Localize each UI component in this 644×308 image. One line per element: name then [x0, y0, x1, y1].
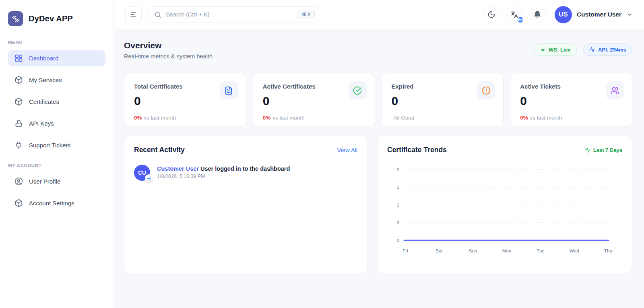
svg-text:Sat: Sat	[436, 248, 443, 253]
sidebar-item-label: My Services	[29, 76, 62, 83]
brand-name: DyDev APP	[29, 14, 73, 23]
check-circle-icon	[349, 81, 367, 99]
main-content: Overview Real-time metrics & system heal…	[114, 29, 644, 308]
activity-icon	[589, 47, 595, 53]
certificate-trends-panel: Certificate Trends Last 7 Days 2	[377, 136, 632, 273]
brand: DyDev APP	[8, 0, 105, 26]
sidebar-item-my-services[interactable]: My Services	[8, 72, 105, 88]
box-icon	[14, 76, 23, 84]
search-bar: ⌘ K	[149, 6, 319, 23]
user-menu[interactable]: US Customer User	[555, 6, 633, 23]
svg-text:Thu: Thu	[604, 248, 612, 253]
svg-text:0: 0	[397, 238, 399, 243]
sidebar-toggle-button[interactable]	[125, 6, 142, 23]
certificate-trends-title: Certificate Trends	[387, 146, 447, 154]
hamburger-icon	[130, 10, 138, 19]
box-icon	[14, 199, 23, 207]
stat-note: vs last month	[530, 115, 562, 121]
language-button[interactable]: EN	[506, 6, 523, 23]
svg-text:1: 1	[397, 185, 399, 190]
user-name: Customer User	[577, 11, 621, 18]
plug-icon	[14, 141, 23, 149]
sidebar-item-label: Support Tickets	[29, 142, 70, 149]
stat-note: All Good	[394, 115, 415, 121]
search-icon	[154, 11, 162, 19]
search-input[interactable]	[166, 11, 293, 18]
sidebar-item-account-settings[interactable]: Account Settings	[8, 195, 105, 211]
sidebar-item-support-tickets[interactable]: Support Tickets	[8, 137, 105, 153]
svg-text:Tue: Tue	[537, 248, 544, 253]
sidebar: DyDev APP MENU Dashboard My Services	[0, 0, 114, 308]
lock-icon	[14, 119, 23, 128]
svg-text:1: 1	[397, 203, 399, 207]
page-title: Overview	[124, 41, 213, 50]
notifications-button[interactable]	[529, 6, 546, 23]
sidebar-item-label: User Profile	[29, 178, 60, 185]
app-root: DyDev APP MENU Dashboard My Services	[0, 0, 644, 308]
user-circle-icon	[14, 177, 23, 186]
search-shortcut-badge: ⌘ K	[297, 10, 315, 19]
moon-icon	[487, 10, 495, 19]
bell-icon	[533, 10, 541, 19]
sidebar-item-label: Certificates	[29, 98, 59, 105]
wifi-icon	[540, 47, 546, 53]
activity-user: Customer User	[157, 165, 199, 172]
top-header: ⌘ K EN	[114, 0, 644, 29]
alert-circle-icon	[477, 81, 495, 99]
brand-logo-icon	[8, 11, 23, 26]
stat-delta: 0%	[134, 115, 142, 121]
svg-text:2: 2	[397, 167, 399, 172]
activity-item: CU Customer User User logged in to the d…	[134, 165, 357, 181]
activity-action: User logged in to the dashboard	[199, 165, 290, 172]
chevron-down-icon	[626, 11, 633, 18]
log-in-icon	[145, 174, 153, 182]
user-avatar: US	[555, 6, 572, 23]
websocket-status-badge: WS: Live	[534, 43, 577, 56]
users-icon	[606, 81, 624, 99]
api-latency-badge: API: 294ms	[583, 43, 632, 56]
svg-text:Fri: Fri	[402, 248, 408, 253]
sidebar-item-api-keys[interactable]: API Keys	[8, 115, 105, 132]
sidebar-item-label: API Keys	[29, 120, 54, 127]
svg-text:Sun: Sun	[469, 248, 477, 253]
stat-card-active-certificates: Active Certificates 0 0% vs last month	[253, 73, 375, 127]
sidebar-item-certificates[interactable]: Certificates	[8, 93, 105, 110]
sidebar-section-menu: MENU	[8, 40, 105, 45]
recent-activity-panel: Recent Activity View All CU	[124, 136, 367, 273]
stat-card-active-tickets: Active Tickets 0 0% vs last month	[510, 73, 632, 127]
stat-card-total-certificates: Total Certificates 0 0% vs last month	[124, 73, 246, 127]
stat-note: vs last month	[272, 115, 305, 121]
grid-icon	[14, 54, 23, 62]
file-text-icon	[220, 81, 238, 99]
page-subtitle: Real-time metrics & system health	[124, 53, 213, 60]
sidebar-item-label: Dashboard	[29, 55, 58, 62]
recent-activity-title: Recent Activity	[134, 146, 185, 154]
dark-mode-button[interactable]	[483, 6, 500, 23]
svg-text:Mon: Mon	[502, 248, 511, 253]
pulse-icon	[585, 147, 591, 153]
sidebar-item-user-profile[interactable]: User Profile	[8, 173, 105, 190]
stat-note: vs last month	[144, 115, 176, 121]
activity-timestamp: 1/8/2026, 5:16:39 PM	[157, 174, 290, 179]
language-badge: EN	[517, 16, 524, 23]
chart-range-label: Last 7 Days	[585, 147, 622, 153]
header-actions: EN US Customer User	[483, 6, 633, 23]
svg-text:Wed: Wed	[570, 248, 579, 253]
stat-card-expired: Expired 0 All Good	[382, 73, 504, 127]
sidebar-item-dashboard[interactable]: Dashboard	[8, 50, 105, 66]
stat-delta: 0%	[520, 115, 528, 121]
view-all-link[interactable]: View All	[337, 147, 357, 153]
sidebar-item-label: Account Settings	[29, 200, 74, 207]
activity-text: Customer User User logged in to the dash…	[157, 165, 290, 172]
svg-text:0: 0	[397, 220, 399, 225]
line-chart: 2 1 1 0 0 Fri Sat	[387, 161, 622, 260]
box-icon	[14, 97, 23, 106]
stat-delta: 0%	[263, 115, 271, 121]
sidebar-section-my-account: MY ACCOUNT	[8, 163, 105, 168]
